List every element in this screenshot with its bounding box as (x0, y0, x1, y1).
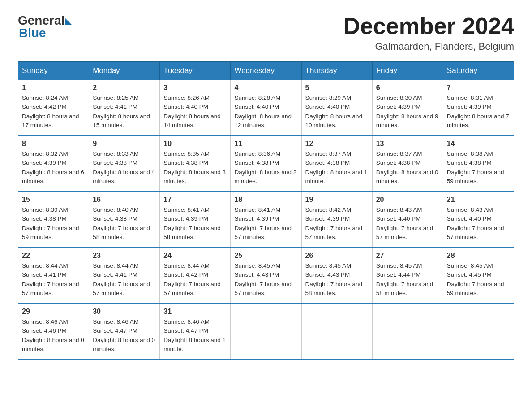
day-info: Sunrise: 8:29 AMSunset: 4:40 PMDaylight:… (305, 94, 369, 130)
day-number: 7 (447, 84, 510, 92)
day-number: 4 (234, 84, 297, 92)
day-info: Sunrise: 8:39 AMSunset: 4:38 PMDaylight:… (22, 206, 85, 242)
day-number: 24 (163, 252, 227, 260)
day-number: 1 (22, 84, 85, 92)
day-number: 16 (93, 196, 156, 204)
calendar-cell: 29 Sunrise: 8:46 AMSunset: 4:46 PMDaylig… (18, 304, 89, 360)
week-row-5: 29 Sunrise: 8:46 AMSunset: 4:46 PMDaylig… (18, 304, 514, 360)
calendar-table: SundayMondayTuesdayWednesdayThursdayFrid… (18, 61, 514, 360)
day-number: 31 (163, 308, 227, 316)
day-info: Sunrise: 8:42 AMSunset: 4:39 PMDaylight:… (305, 206, 369, 242)
header-friday: Friday (372, 62, 443, 80)
day-number: 3 (163, 84, 227, 92)
day-number: 28 (447, 252, 510, 260)
day-info: Sunrise: 8:26 AMSunset: 4:40 PMDaylight:… (163, 94, 227, 130)
calendar-cell: 11 Sunrise: 8:36 AMSunset: 4:38 PMDaylig… (231, 136, 301, 192)
day-number: 8 (22, 140, 85, 148)
logo-arrow-icon (65, 18, 72, 25)
day-number: 29 (22, 308, 85, 316)
day-info: Sunrise: 8:43 AMSunset: 4:40 PMDaylight:… (376, 206, 439, 242)
header-saturday: Saturday (443, 62, 514, 80)
day-info: Sunrise: 8:24 AMSunset: 4:42 PMDaylight:… (22, 94, 85, 130)
day-info: Sunrise: 8:28 AMSunset: 4:40 PMDaylight:… (234, 94, 297, 130)
calendar-cell: 31 Sunrise: 8:46 AMSunset: 4:47 PMDaylig… (160, 304, 231, 360)
month-title: December 2024 (343, 13, 514, 39)
calendar-cell: 9 Sunrise: 8:33 AMSunset: 4:38 PMDayligh… (89, 136, 160, 192)
calendar-cell (372, 304, 443, 360)
page-header: General Blue December 2024 Galmaarden, F… (18, 13, 514, 52)
day-number: 13 (376, 140, 439, 148)
calendar-header-row: SundayMondayTuesdayWednesdayThursdayFrid… (18, 62, 514, 80)
calendar-cell: 20 Sunrise: 8:43 AMSunset: 4:40 PMDaylig… (372, 192, 443, 248)
header-thursday: Thursday (301, 62, 372, 80)
day-info: Sunrise: 8:32 AMSunset: 4:39 PMDaylight:… (22, 150, 85, 186)
calendar-cell: 12 Sunrise: 8:37 AMSunset: 4:38 PMDaylig… (301, 136, 372, 192)
day-number: 12 (305, 140, 369, 148)
calendar-cell: 2 Sunrise: 8:25 AMSunset: 4:41 PMDayligh… (89, 80, 160, 136)
day-info: Sunrise: 8:31 AMSunset: 4:39 PMDaylight:… (447, 94, 510, 130)
logo: General Blue (18, 13, 72, 40)
day-info: Sunrise: 8:36 AMSunset: 4:38 PMDaylight:… (234, 150, 297, 186)
calendar-cell: 18 Sunrise: 8:41 AMSunset: 4:39 PMDaylig… (231, 192, 301, 248)
header-wednesday: Wednesday (231, 62, 301, 80)
header-sunday: Sunday (18, 62, 89, 80)
day-info: Sunrise: 8:35 AMSunset: 4:38 PMDaylight:… (163, 150, 227, 186)
day-number: 10 (163, 140, 227, 148)
week-row-3: 15 Sunrise: 8:39 AMSunset: 4:38 PMDaylig… (18, 192, 514, 248)
title-block: December 2024 Galmaarden, Flanders, Belg… (343, 13, 514, 52)
day-info: Sunrise: 8:45 AMSunset: 4:43 PMDaylight:… (305, 261, 369, 298)
calendar-cell: 21 Sunrise: 8:43 AMSunset: 4:40 PMDaylig… (443, 192, 514, 248)
day-info: Sunrise: 8:44 AMSunset: 4:42 PMDaylight:… (163, 261, 227, 298)
day-number: 21 (447, 196, 510, 204)
calendar-cell: 17 Sunrise: 8:41 AMSunset: 4:39 PMDaylig… (160, 192, 231, 248)
day-number: 27 (376, 252, 439, 260)
day-info: Sunrise: 8:44 AMSunset: 4:41 PMDaylight:… (22, 261, 85, 298)
calendar-cell (231, 304, 301, 360)
logo-blue-text: Blue (19, 26, 46, 40)
calendar-cell: 6 Sunrise: 8:30 AMSunset: 4:39 PMDayligh… (372, 80, 443, 136)
calendar-cell: 19 Sunrise: 8:42 AMSunset: 4:39 PMDaylig… (301, 192, 372, 248)
day-info: Sunrise: 8:30 AMSunset: 4:39 PMDaylight:… (376, 94, 439, 130)
day-number: 23 (93, 252, 156, 260)
calendar-cell: 23 Sunrise: 8:44 AMSunset: 4:41 PMDaylig… (89, 248, 160, 304)
calendar-cell: 7 Sunrise: 8:31 AMSunset: 4:39 PMDayligh… (443, 80, 514, 136)
calendar-cell: 28 Sunrise: 8:45 AMSunset: 4:45 PMDaylig… (443, 248, 514, 304)
day-number: 18 (234, 196, 297, 204)
day-number: 19 (305, 196, 369, 204)
header-monday: Monday (89, 62, 160, 80)
day-info: Sunrise: 8:25 AMSunset: 4:41 PMDaylight:… (93, 94, 156, 130)
location-subtitle: Galmaarden, Flanders, Belgium (343, 41, 514, 52)
day-info: Sunrise: 8:46 AMSunset: 4:47 PMDaylight:… (163, 317, 227, 354)
calendar-cell: 4 Sunrise: 8:28 AMSunset: 4:40 PMDayligh… (231, 80, 301, 136)
calendar-cell (301, 304, 372, 360)
calendar-cell: 3 Sunrise: 8:26 AMSunset: 4:40 PMDayligh… (160, 80, 231, 136)
day-number: 11 (234, 140, 297, 148)
day-number: 2 (93, 84, 156, 92)
calendar-cell: 13 Sunrise: 8:37 AMSunset: 4:38 PMDaylig… (372, 136, 443, 192)
calendar-cell: 25 Sunrise: 8:45 AMSunset: 4:43 PMDaylig… (231, 248, 301, 304)
day-number: 26 (305, 252, 369, 260)
day-info: Sunrise: 8:37 AMSunset: 4:38 PMDaylight:… (376, 150, 439, 186)
calendar-cell: 27 Sunrise: 8:45 AMSunset: 4:44 PMDaylig… (372, 248, 443, 304)
week-row-2: 8 Sunrise: 8:32 AMSunset: 4:39 PMDayligh… (18, 136, 514, 192)
calendar-cell (443, 304, 514, 360)
calendar-cell: 5 Sunrise: 8:29 AMSunset: 4:40 PMDayligh… (301, 80, 372, 136)
calendar-cell: 26 Sunrise: 8:45 AMSunset: 4:43 PMDaylig… (301, 248, 372, 304)
day-info: Sunrise: 8:46 AMSunset: 4:46 PMDaylight:… (22, 317, 85, 354)
day-info: Sunrise: 8:37 AMSunset: 4:38 PMDaylight:… (305, 150, 369, 186)
day-info: Sunrise: 8:40 AMSunset: 4:38 PMDaylight:… (93, 206, 156, 242)
calendar-cell: 14 Sunrise: 8:38 AMSunset: 4:38 PMDaylig… (443, 136, 514, 192)
day-info: Sunrise: 8:41 AMSunset: 4:39 PMDaylight:… (163, 206, 227, 242)
calendar-cell: 30 Sunrise: 8:46 AMSunset: 4:47 PMDaylig… (89, 304, 160, 360)
day-number: 15 (22, 196, 85, 204)
calendar-cell: 15 Sunrise: 8:39 AMSunset: 4:38 PMDaylig… (18, 192, 89, 248)
calendar-cell: 8 Sunrise: 8:32 AMSunset: 4:39 PMDayligh… (18, 136, 89, 192)
day-info: Sunrise: 8:44 AMSunset: 4:41 PMDaylight:… (93, 261, 156, 298)
day-number: 14 (447, 140, 510, 148)
day-number: 17 (163, 196, 227, 204)
day-info: Sunrise: 8:43 AMSunset: 4:40 PMDaylight:… (447, 206, 510, 242)
day-number: 5 (305, 84, 369, 92)
calendar-cell: 22 Sunrise: 8:44 AMSunset: 4:41 PMDaylig… (18, 248, 89, 304)
day-number: 9 (93, 140, 156, 148)
day-info: Sunrise: 8:41 AMSunset: 4:39 PMDaylight:… (234, 206, 297, 242)
